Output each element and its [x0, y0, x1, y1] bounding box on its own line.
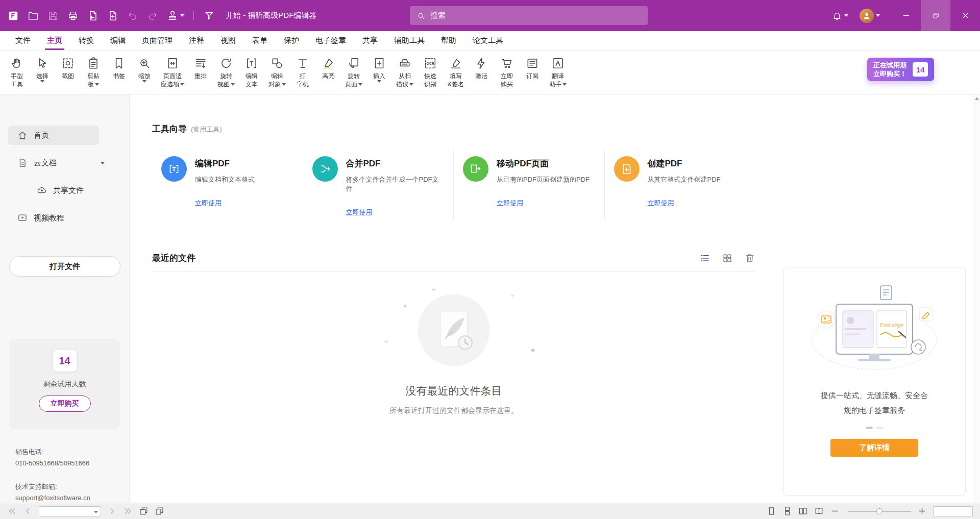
- ribbon-tool-fit-options[interactable]: 页面适应选项: [158, 51, 187, 88]
- use-now-link-edit-pdf[interactable]: 立即使用: [195, 199, 222, 208]
- menu-item-convert[interactable]: 转换: [70, 31, 102, 50]
- trial-badge[interactable]: 正在试用期 立即购买！ 14: [867, 58, 934, 81]
- ribbon-tool-bookmark[interactable]: 书签: [107, 51, 131, 80]
- previous-page-button[interactable]: [23, 506, 33, 516]
- menu-item-accessibility[interactable]: 辅助工具: [386, 31, 433, 50]
- global-search-input[interactable]: 搜索: [410, 6, 648, 25]
- grid-view-icon: [722, 253, 733, 264]
- next-page-button[interactable]: [107, 506, 117, 516]
- menu-item-help[interactable]: 帮助: [433, 31, 464, 50]
- menu-item-comment[interactable]: 注释: [181, 31, 212, 50]
- list-view-button[interactable]: [699, 253, 710, 264]
- single-page-view-button[interactable]: [767, 506, 776, 516]
- stamp-sign-menu[interactable]: [166, 10, 184, 22]
- zoom-level-input[interactable]: [933, 506, 973, 516]
- book-view-button[interactable]: [814, 506, 824, 516]
- buy-now-button[interactable]: 立即购买: [39, 396, 91, 412]
- ribbon-tool-rotate-pages[interactable]: 旋转页面: [342, 51, 365, 88]
- continuous-view-button[interactable]: [782, 506, 792, 516]
- menu-item-file[interactable]: 文件: [7, 31, 39, 50]
- use-now-link-create-pdf[interactable]: 立即使用: [648, 199, 674, 208]
- ribbon-tool-hand-tool[interactable]: 手型工具: [5, 51, 29, 88]
- content-scrollbar[interactable]: [973, 94, 980, 503]
- ribbon-tool-insert[interactable]: 插入: [368, 51, 391, 83]
- title-bar: 开始 - 福昕高级PDF编辑器 搜索: [0, 0, 980, 31]
- sidebar-item-cloud-docs[interactable]: 云文档: [0, 149, 129, 177]
- dropdown-caret-icon: [562, 83, 567, 86]
- menu-item-form[interactable]: 表单: [244, 31, 276, 50]
- sidebar-item-home[interactable]: 首页: [0, 121, 129, 149]
- ribbon-tool-snapshot[interactable]: 截图: [56, 51, 80, 80]
- redo-icon[interactable]: [146, 10, 159, 22]
- user-account-menu[interactable]: [860, 9, 880, 23]
- learn-more-button[interactable]: 了解详情: [830, 439, 918, 457]
- sidebar-item-video-tutorials[interactable]: 视频教程: [0, 204, 129, 232]
- first-page-button[interactable]: [7, 506, 17, 516]
- facing-view-button[interactable]: [798, 506, 808, 516]
- ribbon-tool-select[interactable]: 选择: [31, 51, 54, 83]
- menu-item-paper-tools[interactable]: 论文工具: [464, 31, 511, 50]
- notifications-button[interactable]: [832, 11, 848, 21]
- page-number-input[interactable]: [39, 506, 101, 516]
- open-file-button[interactable]: 打开文件: [9, 256, 120, 277]
- menu-item-protect[interactable]: 保护: [276, 31, 307, 50]
- ribbon-tools: 手型工具选择截图剪贴板书签缩放页面适应选项重排旋转视图编辑文本编辑对象打字机高亮…: [5, 51, 570, 94]
- ribbon-display-toggle-icon[interactable]: [203, 10, 215, 22]
- ribbon-tool-highlight[interactable]: 高亮: [316, 51, 340, 80]
- grid-view-button[interactable]: [722, 253, 733, 264]
- zoom-slider-thumb[interactable]: [876, 508, 883, 514]
- use-now-link-move-pdf-pages[interactable]: 立即使用: [497, 199, 523, 208]
- highlight-icon: [322, 57, 335, 70]
- ribbon-tool-typewriter[interactable]: 打字机: [291, 51, 314, 88]
- ribbon-tool-subscribe[interactable]: 订阅: [521, 51, 544, 80]
- ribbon-tool-reflow[interactable]: 重排: [189, 51, 212, 80]
- copy-page-button[interactable]: [155, 506, 164, 516]
- carousel-dot-active[interactable]: [866, 427, 873, 429]
- close-button[interactable]: [950, 0, 980, 31]
- save-icon[interactable]: [47, 10, 59, 22]
- ribbon-tool-buy-now[interactable]: 立即购买: [495, 51, 519, 88]
- ribbon-tool-zoom[interactable]: 缩放: [133, 51, 156, 83]
- snapshot-button[interactable]: [139, 506, 149, 516]
- zoom-slider[interactable]: [848, 511, 911, 512]
- support-email-link[interactable]: support@foxitsoftware.cn: [15, 492, 90, 504]
- menu-item-view[interactable]: 视图: [212, 31, 244, 50]
- ribbon-tool-quick-ocr[interactable]: OCR快速识别: [419, 51, 442, 88]
- menu-item-organize[interactable]: 页面管理: [134, 31, 181, 50]
- ribbon-tool-from-scanner[interactable]: 从扫描仪: [393, 51, 416, 88]
- zoom-in-button[interactable]: [917, 506, 927, 516]
- last-page-button[interactable]: [123, 506, 133, 516]
- carousel-dot[interactable]: [876, 427, 884, 429]
- menu-item-home[interactable]: 主页: [39, 31, 70, 50]
- ribbon-tool-clipboard[interactable]: 剪贴板: [82, 51, 105, 88]
- sidebar-item-shared-files[interactable]: 共享文件: [0, 177, 129, 204]
- ribbon-tool-edit-text[interactable]: 编辑文本: [240, 51, 263, 88]
- clear-recent-button[interactable]: [744, 253, 755, 264]
- ribbon-tool-activate[interactable]: 激活: [470, 51, 493, 80]
- scroll-up-arrow-icon[interactable]: [975, 97, 979, 100]
- ribbon-tool-fill-sign[interactable]: 填写&签名: [444, 51, 468, 88]
- facing-pages-icon: [798, 506, 808, 516]
- trial-days-count: 14: [913, 62, 928, 77]
- tools-guide-subtitle: (常用工具): [191, 125, 222, 134]
- export-pdf-icon[interactable]: [87, 10, 99, 22]
- ribbon-tool-translate-assistant[interactable]: 翻译助手: [546, 51, 570, 88]
- ribbon-tool-edit-object[interactable]: 编辑对象: [265, 51, 289, 88]
- use-now-link-merge-pdf[interactable]: 立即使用: [346, 208, 373, 217]
- undo-icon[interactable]: [127, 10, 139, 22]
- trial-badge-line2: 立即购买！: [873, 69, 906, 78]
- menu-item-edit[interactable]: 编辑: [102, 31, 134, 50]
- sparkle-decoration: ◆: [403, 303, 407, 308]
- create-pdf-icon[interactable]: [107, 10, 119, 22]
- minimize-button[interactable]: [891, 0, 921, 31]
- recent-files-header: 最近的文件: [152, 252, 755, 264]
- sales-phone-label: 销售电话:: [15, 447, 90, 458]
- ribbon-tool-rotate-view[interactable]: 旋转视图: [214, 51, 238, 88]
- menu-item-esign[interactable]: 电子签章: [307, 31, 354, 50]
- open-file-icon[interactable]: [27, 10, 39, 22]
- tool-card-description: 从已有的PDF页面创建新的PDF: [497, 175, 590, 184]
- menu-item-share[interactable]: 共享: [354, 31, 386, 50]
- restore-window-button[interactable]: [921, 0, 950, 31]
- print-icon[interactable]: [67, 10, 79, 22]
- zoom-out-button[interactable]: [830, 506, 840, 516]
